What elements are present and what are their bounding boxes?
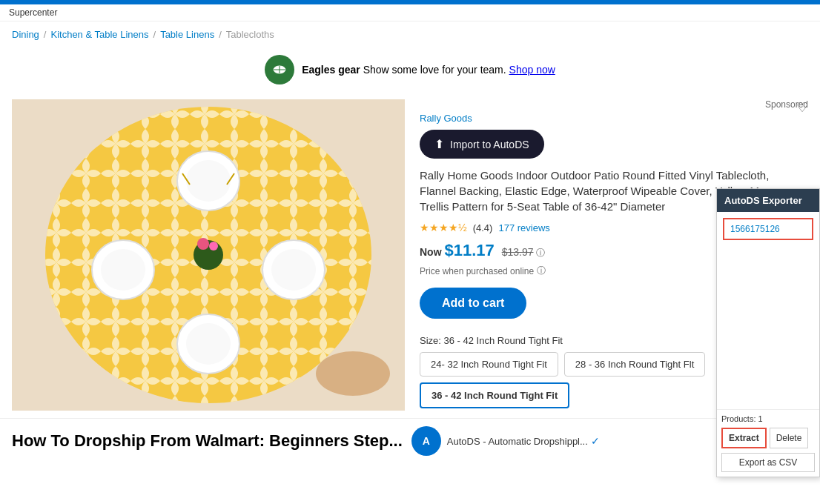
old-price: $13.97 bbox=[502, 246, 534, 258]
breadcrumb-dining[interactable]: Dining bbox=[12, 29, 39, 40]
eagles-text: Eagles gear Show some love for your team… bbox=[302, 64, 555, 76]
sponsored-label: Sponsored bbox=[420, 99, 808, 110]
svg-point-15 bbox=[186, 323, 231, 365]
autods-footer: Products: 1 Extract Delete Export as CSV bbox=[717, 409, 819, 477]
seller-link[interactable]: Rally Goods bbox=[420, 113, 808, 124]
import-to-autods-button[interactable]: ⬆ Import to AutoDS bbox=[420, 130, 544, 159]
svg-point-11 bbox=[101, 249, 145, 291]
current-price: $11.17 bbox=[444, 241, 494, 259]
delete-button[interactable]: Delete bbox=[770, 428, 809, 448]
svg-point-9 bbox=[186, 160, 231, 202]
breadcrumb-kitchen[interactable]: Kitchen & Table Linens bbox=[50, 29, 148, 40]
size-option-2[interactable]: 36 - 42 Inch Round Tight Fit bbox=[420, 382, 569, 408]
eagles-banner: Eagles gear Show some love for your team… bbox=[0, 47, 820, 92]
autods-action-buttons: Extract Delete bbox=[721, 428, 815, 448]
size-option-0[interactable]: 24- 32 Inch Round Tight Fit bbox=[420, 352, 558, 377]
blog-avatar: A bbox=[411, 426, 441, 456]
info-icon: ⓘ bbox=[536, 248, 545, 258]
blog-author: A AutoDS - Automatic Dropshippl... ✓ bbox=[411, 426, 600, 456]
product-svg bbox=[12, 99, 405, 411]
blog-section: How To Dropship From Walmart: Beginners … bbox=[0, 418, 820, 463]
autods-product-id-input[interactable] bbox=[723, 218, 813, 240]
blog-title: How To Dropship From Walmart: Beginners … bbox=[12, 431, 403, 451]
export-csv-button[interactable]: Export as CSV bbox=[721, 453, 815, 472]
wishlist-button[interactable]: ♡ bbox=[796, 99, 808, 116]
svg-point-18 bbox=[209, 242, 218, 251]
svg-point-21 bbox=[316, 351, 390, 396]
add-to-cart-button[interactable]: Add to cart bbox=[420, 288, 526, 319]
breadcrumb: Dining / Kitchen & Table Linens / Table … bbox=[0, 21, 820, 47]
breadcrumb-table-linens[interactable]: Table Linens bbox=[160, 29, 214, 40]
price-info-icon: ⓘ bbox=[537, 265, 546, 277]
autods-exporter-panel: AutoDS Exporter Products: 1 Extract Dele… bbox=[716, 188, 820, 477]
supercenter-label: Supercenter bbox=[0, 4, 820, 21]
extract-button[interactable]: Extract bbox=[721, 428, 767, 448]
verified-icon: ✓ bbox=[591, 435, 600, 447]
shop-now-link[interactable]: Shop now bbox=[509, 64, 555, 76]
svg-point-17 bbox=[197, 238, 209, 250]
product-image bbox=[12, 99, 405, 411]
size-option-1[interactable]: 28 - 36 Inch Round Tight Flt bbox=[564, 352, 705, 377]
breadcrumb-current: Tablecloths bbox=[226, 29, 274, 40]
product-image-container bbox=[12, 99, 405, 411]
football-icon bbox=[271, 61, 288, 79]
rating-number: (4.4) bbox=[473, 222, 493, 233]
autods-header: AutoDS Exporter bbox=[717, 189, 819, 212]
upload-icon: ⬆ bbox=[434, 137, 444, 151]
now-label: Now bbox=[420, 246, 442, 258]
eagles-icon bbox=[265, 55, 294, 84]
reviews-link[interactable]: 177 reviews bbox=[498, 222, 549, 233]
star-icons: ★★★★½ bbox=[420, 222, 467, 233]
svg-point-13 bbox=[271, 249, 316, 291]
products-count: Products: 1 bbox=[721, 414, 815, 423]
